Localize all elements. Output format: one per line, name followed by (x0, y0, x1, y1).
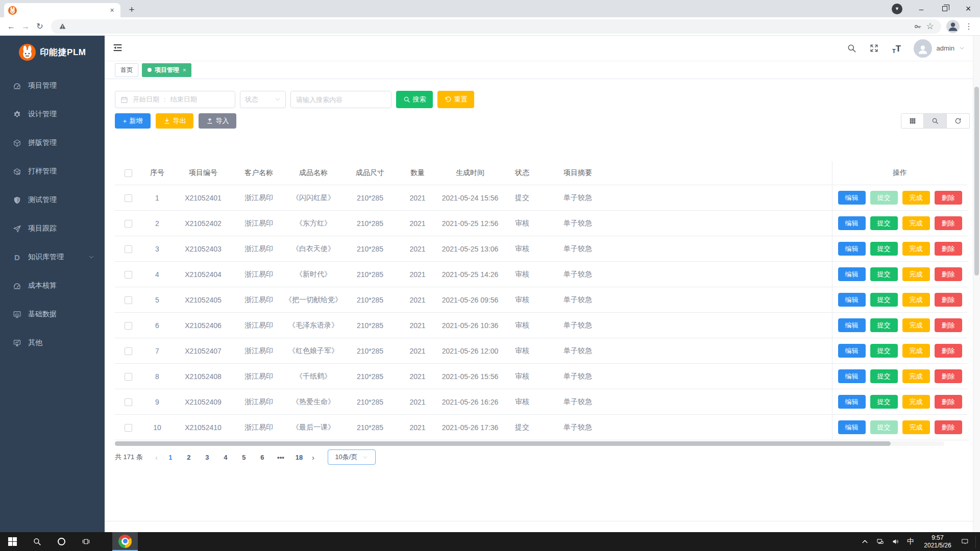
page-next-icon[interactable]: › (312, 453, 314, 462)
page-4[interactable]: 4 (220, 454, 231, 461)
row-edit-button[interactable]: 编辑 (838, 395, 866, 409)
network-icon[interactable] (872, 532, 888, 551)
row-finish-button[interactable]: 完成 (902, 318, 930, 332)
page-18[interactable]: 18 (293, 454, 305, 461)
vertical-scrollbar-thumb[interactable] (974, 87, 979, 276)
page-3[interactable]: 3 (202, 454, 213, 461)
row-finish-button[interactable]: 完成 (902, 293, 930, 307)
page-•••[interactable]: ••• (275, 454, 286, 461)
status-select[interactable]: 状态 (240, 91, 286, 108)
header-search-icon[interactable] (846, 43, 857, 54)
row-finish-button[interactable]: 完成 (902, 242, 930, 256)
row-finish-button[interactable]: 完成 (902, 216, 930, 230)
tab-close-icon[interactable]: × (108, 6, 116, 15)
font-size-icon[interactable]: TT (891, 43, 902, 54)
window-close-button[interactable]: × (957, 0, 980, 17)
sidebar-item-3[interactable]: 打样管理 (0, 157, 105, 186)
row-submit-button[interactable]: 提交 (870, 191, 898, 205)
row-edit-button[interactable]: 编辑 (838, 267, 866, 281)
row-delete-button[interactable]: 删除 (935, 420, 962, 434)
row-submit-button[interactable]: 提交 (870, 242, 898, 256)
row-submit-button[interactable]: 提交 (870, 318, 898, 332)
window-restore-button[interactable] (933, 0, 957, 17)
nav-tag-1[interactable]: 项目管理× (142, 63, 191, 77)
sidebar-item-2[interactable]: 拼版管理 (0, 129, 105, 157)
tray-expand-icon[interactable] (857, 532, 872, 551)
row-delete-button[interactable]: 删除 (935, 318, 962, 332)
address-bar[interactable]: ☆ (51, 19, 941, 34)
fullscreen-icon[interactable] (869, 43, 880, 54)
row-checkbox[interactable] (125, 424, 132, 432)
table-refresh-icon[interactable] (947, 113, 970, 129)
page-6[interactable]: 6 (257, 454, 268, 461)
row-delete-button[interactable]: 删除 (935, 216, 962, 230)
row-delete-button[interactable]: 删除 (935, 191, 962, 205)
sidebar-item-4[interactable]: 测试管理 (0, 186, 105, 214)
select-all-checkbox[interactable] (125, 169, 132, 177)
row-checkbox[interactable] (125, 398, 132, 406)
new-tab-button[interactable]: + (125, 3, 139, 17)
site-warning-icon[interactable] (56, 20, 68, 33)
export-button[interactable]: 导出 (156, 113, 193, 129)
row-finish-button[interactable]: 完成 (902, 369, 930, 383)
nav-tag-0[interactable]: 首页 (115, 63, 138, 77)
sidebar-item-0[interactable]: 项目管理 (0, 71, 105, 100)
row-checkbox[interactable] (125, 373, 132, 381)
row-finish-button[interactable]: 完成 (902, 344, 930, 358)
row-checkbox[interactable] (125, 220, 132, 228)
cortana-button[interactable] (49, 532, 74, 551)
taskbar-clock[interactable]: 9:57 2021/5/26 (918, 534, 957, 549)
row-submit-button[interactable]: 提交 (870, 395, 898, 409)
row-edit-button[interactable]: 编辑 (838, 216, 866, 230)
row-delete-button[interactable]: 删除 (935, 293, 962, 307)
sidebar-item-9[interactable]: 其他 (0, 329, 105, 357)
taskbar-search-button[interactable] (24, 532, 49, 551)
row-finish-button[interactable]: 完成 (902, 395, 930, 409)
row-submit-button[interactable]: 提交 (870, 344, 898, 358)
vertical-scrollbar[interactable] (973, 36, 980, 532)
sidebar-item-7[interactable]: 成本核算 (0, 271, 105, 300)
row-finish-button[interactable]: 完成 (902, 267, 930, 281)
browser-tab[interactable]: × (4, 3, 120, 17)
row-submit-button[interactable]: 提交 (870, 267, 898, 281)
ime-indicator[interactable]: 中 (903, 532, 918, 551)
reload-button[interactable]: ↻ (33, 19, 47, 34)
sidebar-item-5[interactable]: 项目跟踪 (0, 214, 105, 243)
action-center-icon[interactable] (957, 532, 972, 551)
user-menu[interactable]: admin (914, 39, 965, 58)
row-submit-button[interactable]: 提交 (870, 293, 898, 307)
row-edit-button[interactable]: 编辑 (838, 293, 866, 307)
chrome-taskbar-button[interactable] (112, 532, 138, 551)
sidebar-item-8[interactable]: 基础数据 (0, 300, 105, 329)
extension-icon[interactable]: ▼ (892, 4, 902, 14)
row-delete-button[interactable]: 删除 (935, 395, 962, 409)
row-checkbox[interactable] (125, 194, 132, 202)
row-finish-button[interactable]: 完成 (902, 420, 930, 434)
page-size-select[interactable]: 10条/页 (328, 449, 376, 465)
import-button[interactable]: 导入 (199, 113, 236, 129)
horizontal-scrollbar[interactable] (115, 441, 944, 446)
row-checkbox[interactable] (125, 322, 132, 330)
window-minimize-button[interactable]: – (910, 0, 933, 17)
sidebar-item-6[interactable]: D知识库管理 (0, 243, 105, 271)
row-delete-button[interactable]: 删除 (935, 242, 962, 256)
row-checkbox[interactable] (125, 245, 132, 253)
volume-icon[interactable] (888, 532, 903, 551)
row-finish-button[interactable]: 完成 (902, 191, 930, 205)
search-button[interactable]: 搜索 (396, 91, 433, 108)
add-button[interactable]: + 新增 (115, 113, 151, 129)
page-prev-icon[interactable]: ‹ (155, 453, 158, 462)
row-checkbox[interactable] (125, 296, 132, 304)
row-edit-button[interactable]: 编辑 (838, 318, 866, 332)
search-input[interactable] (290, 91, 391, 108)
table-search-icon[interactable] (924, 113, 947, 129)
show-desktop-button[interactable] (976, 532, 980, 551)
bookmark-star-icon[interactable]: ☆ (924, 20, 936, 33)
row-edit-button[interactable]: 编辑 (838, 191, 866, 205)
date-range-picker[interactable]: 开始日期 : 结束日期 (115, 91, 235, 108)
page-2[interactable]: 2 (183, 454, 194, 461)
row-edit-button[interactable]: 编辑 (838, 344, 866, 358)
back-button[interactable]: ← (4, 19, 18, 34)
row-submit-button[interactable]: 提交 (870, 369, 898, 383)
row-delete-button[interactable]: 删除 (935, 369, 962, 383)
